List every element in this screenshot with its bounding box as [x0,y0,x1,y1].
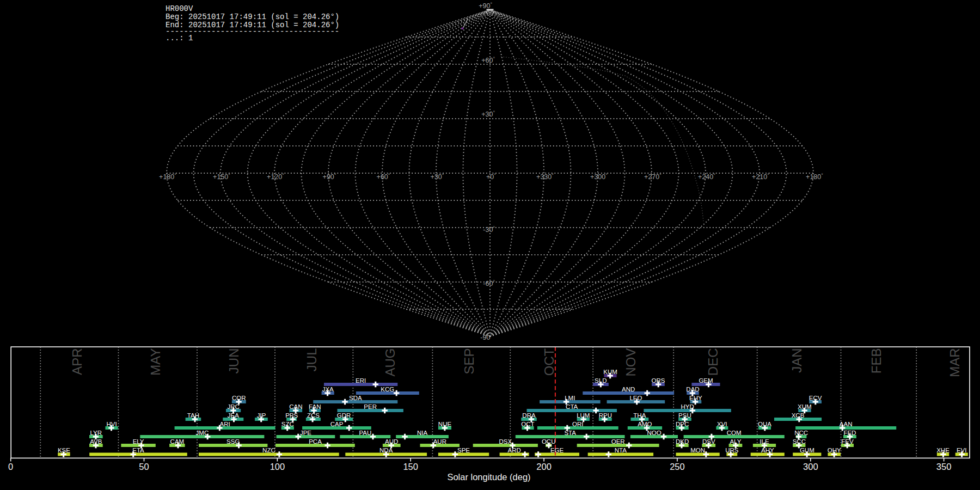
svg-text:MAR: MAR [947,348,962,377]
svg-text:NDA: NDA [379,447,393,454]
svg-text:XUM: XUM [798,403,812,410]
svg-text:+150°: +150° [213,173,230,181]
svg-text:AHY: AHY [761,447,774,454]
svg-text:DAD: DAD [686,386,699,393]
svg-text:250: 250 [670,462,685,471]
svg-text:50: 50 [139,462,149,471]
svg-text:+240°: +240° [698,173,715,181]
svg-text:SDA: SDA [349,395,362,401]
svg-text:ALY: ALY [730,438,741,445]
svg-text:NOO: NOO [647,430,661,436]
svg-text:SZC: SZC [281,421,294,427]
svg-text:NIA: NIA [417,430,428,436]
svg-text:KSE: KSE [58,447,70,454]
svg-text:CTA: CTA [566,403,578,410]
svg-text:JIP: JIP [257,412,266,419]
svg-text:AAN: AAN [840,421,853,427]
svg-text:+270°: +270° [644,173,661,181]
svg-text:LMI: LMI [565,395,575,401]
svg-text:200: 200 [536,462,552,471]
svg-text:NCC: NCC [794,430,808,436]
svg-text:SEP: SEP [462,348,476,375]
svg-text:JMC: JMC [196,430,209,436]
svg-text:JAN: JAN [789,348,804,373]
svg-text:DKD: DKD [676,438,689,445]
svg-text:FED: FED [843,430,856,436]
svg-text:APR: APR [70,348,84,375]
svg-text:EVI: EVI [957,447,967,454]
svg-text:ZCS: ZCS [307,412,320,419]
svg-text:FAN: FAN [309,403,321,410]
svg-text:AND: AND [622,386,635,393]
svg-text:JEA: JEA [228,412,239,419]
svg-text:AUR: AUR [433,438,446,445]
svg-text:ELY: ELY [133,438,144,445]
svg-text:NZC: NZC [262,447,275,454]
svg-text:HVI: HVI [107,421,117,427]
svg-text:Solar longitude (deg): Solar longitude (deg) [447,472,530,482]
svg-text:EGE: EGE [550,447,564,454]
svg-text:GDR: GDR [337,412,351,419]
svg-text:OCT: OCT [542,348,556,376]
svg-text:OER: OER [611,438,625,445]
svg-text:OHY: OHY [828,447,841,454]
svg-text:DSV: DSV [702,438,715,445]
svg-text:+300°: +300° [590,173,608,181]
svg-text:AMO: AMO [638,421,652,427]
svg-text:PAU: PAU [359,430,371,436]
svg-text:...: 1: ...: 1 [166,34,193,42]
svg-text:ERI: ERI [356,377,366,384]
svg-text:COR: COR [232,395,246,401]
svg-text:NTA: NTA [615,447,627,454]
svg-text:FEV: FEV [841,438,854,445]
svg-text:350: 350 [936,462,952,471]
svg-text:OCU: OCU [542,438,556,445]
svg-text:CAM: CAM [170,438,185,445]
svg-text:DRA: DRA [522,412,536,419]
svg-text:ETA: ETA [132,447,144,454]
svg-text:HYD: HYD [681,403,694,410]
svg-text:LEO: LEO [629,395,642,401]
svg-text:SSG: SSG [226,438,240,445]
svg-text:JXA: JXA [322,386,334,393]
svg-text:QUA: QUA [758,421,771,427]
svg-text:AUG: AUG [383,348,397,377]
svg-text:MON: MON [690,447,705,454]
svg-text:RPU: RPU [599,412,612,419]
svg-text:JRC: JRC [227,403,239,410]
svg-text:300: 300 [803,462,818,471]
svg-text:COM: COM [727,430,742,436]
svg-text:GEM: GEM [699,377,713,384]
svg-text:SLD: SLD [595,377,607,384]
svg-text:OCT: OCT [521,421,534,427]
svg-text:PER: PER [364,403,377,410]
svg-text:ARD: ARD [508,447,521,454]
svg-text:+180°: +180° [159,173,176,181]
svg-text:DSX: DSX [499,438,512,445]
svg-text:LYR: LYR [90,430,102,436]
svg-text:PSU: PSU [678,412,691,419]
svg-text:+210°: +210° [752,173,769,181]
svg-text:XHE: XHE [936,447,950,454]
svg-text:TAH: TAH [187,412,199,419]
svg-text:SCC: SCC [793,438,806,445]
svg-text:KUM: KUM [603,369,617,375]
svg-text:150: 150 [403,462,418,471]
svg-text:ARI: ARI [220,421,230,427]
svg-text:PCA: PCA [309,438,322,445]
svg-text:DPC: DPC [676,421,689,427]
svg-text:+120°: +120° [267,173,284,181]
svg-text:PPS: PPS [285,412,298,419]
svg-text:KCG: KCG [381,386,394,393]
svg-text:MAY: MAY [148,348,163,376]
svg-text:HR000V: HR000V [166,4,193,13]
svg-text:0: 0 [8,462,13,471]
svg-text:JPE: JPE [300,430,311,436]
svg-text:EHY: EHY [689,395,702,401]
svg-text:ORI: ORI [572,421,583,427]
svg-text:THA: THA [633,412,646,419]
svg-text:SPE: SPE [457,447,470,454]
svg-text:CAN: CAN [289,403,302,410]
svg-text:JUN: JUN [226,348,241,374]
svg-text:CAP: CAP [330,421,344,427]
